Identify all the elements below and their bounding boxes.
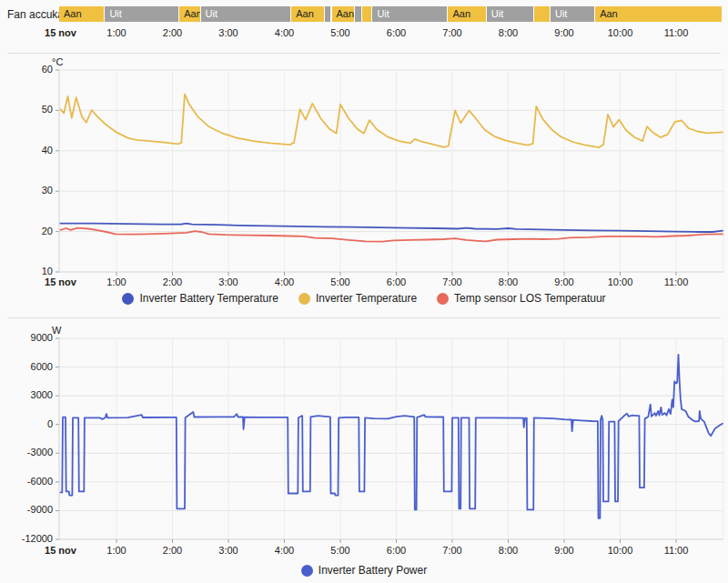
x-tick-label: 1:00	[106, 276, 126, 287]
temperature-chart-legend: Inverter Battery TemperatureInverter Tem…	[0, 292, 728, 305]
temperature-chart-section: °C Inverter Battery TemperatureInverter …	[0, 54, 728, 317]
legend-dot-icon	[437, 293, 449, 305]
y-tick-label: 40	[0, 145, 53, 156]
timeline-segment-off[interactable]: Uit	[551, 6, 595, 22]
timeline-segment-off[interactable]: Uit	[487, 6, 534, 22]
timeline-segment-off[interactable]: Uit	[201, 6, 292, 22]
x-tick-label: 10:00	[608, 545, 633, 556]
x-tick-label: 8:00	[499, 545, 518, 556]
x-tick-label: 3:00	[218, 276, 238, 287]
legend-label: Inverter Battery Temperature	[139, 292, 278, 305]
legend-label: Temp sensor LOS Temperatuur	[454, 292, 606, 305]
legend-dot-icon	[122, 293, 134, 305]
y-tick-label: -3000	[0, 447, 53, 457]
x-tick-label: 7:00	[442, 545, 461, 556]
x-tick-label: 15 nov	[45, 27, 76, 38]
x-tick-label: 7:00	[442, 27, 461, 38]
state-timeline-bar[interactable]: AanUitAanUitAanAanUitAanUitUitAan	[59, 6, 723, 22]
y-tick-label: 3000	[0, 389, 53, 400]
timeline-segment-on[interactable]: Aan	[179, 6, 200, 22]
x-tick-label: 10:00	[608, 276, 633, 287]
x-tick-label: 10:00	[608, 27, 633, 38]
x-tick-label: 11:00	[664, 276, 689, 287]
y-tick-label: -12000	[0, 533, 53, 544]
timeline-segment-off[interactable]	[355, 6, 362, 22]
timeline-segment-off[interactable]	[325, 6, 332, 22]
timeline-segment-on[interactable]: Aan	[448, 6, 486, 22]
x-tick-label: 2:00	[163, 276, 182, 287]
x-tick-label: 11:00	[664, 27, 689, 38]
x-tick-label: 5:00	[330, 27, 349, 38]
power-chart-legend: Inverter Battery Power	[0, 564, 728, 577]
timeline-segment-on[interactable]: Aan	[291, 6, 324, 22]
legend-dot-icon	[298, 293, 310, 305]
x-tick-label: 3:00	[218, 27, 238, 38]
y-tick-label: 0	[0, 418, 53, 429]
series-line-inverter-battery-power	[61, 355, 723, 518]
x-tick-label: 3:00	[218, 545, 238, 556]
x-tick-label: 4:00	[275, 276, 294, 287]
x-tick-label: 4:00	[275, 545, 294, 556]
legend-item[interactable]: Inverter Battery Power	[301, 564, 427, 577]
y-tick-label: 50	[0, 104, 53, 115]
legend-dot-icon	[301, 565, 313, 577]
x-tick-label: 5:00	[330, 276, 349, 287]
x-tick-label: 2:00	[163, 27, 182, 38]
x-tick-label: 15 nov	[45, 545, 76, 556]
y-tick-label: -6000	[0, 476, 53, 487]
y-tick-label: 6000	[0, 361, 53, 372]
timeline-segment-on[interactable]: Aan	[595, 6, 723, 22]
x-tick-label: 9:00	[554, 545, 573, 556]
y-tick-label: 20	[0, 226, 53, 236]
legend-item[interactable]: Inverter Battery Temperature	[122, 292, 278, 305]
x-tick-label: 5:00	[330, 545, 349, 556]
timeline-segment-off[interactable]: Uit	[372, 6, 448, 22]
series-line-inverter-temperature	[61, 95, 723, 148]
x-tick-label: 2:00	[163, 545, 182, 556]
x-tick-label: 1:00	[106, 27, 126, 38]
y-tick-label: 10	[0, 266, 53, 276]
timeline-segment-on[interactable]	[534, 6, 551, 22]
power-chart-plot[interactable]	[0, 318, 728, 583]
legend-label: Inverter Temperature	[316, 292, 417, 305]
y-tick-label: 60	[0, 64, 53, 75]
state-timeline-section: Fan accukast AanUitAanUitAanAanUitAanUit…	[0, 0, 728, 53]
x-tick-label: 11:00	[664, 545, 689, 556]
x-tick-label: 8:00	[499, 276, 518, 287]
x-tick-label: 8:00	[499, 27, 518, 38]
y-tick-label: 30	[0, 185, 53, 196]
timeline-segment-on[interactable]	[362, 6, 372, 22]
timeline-segment-on[interactable]: Aan	[332, 6, 356, 22]
x-tick-label: 6:00	[387, 27, 406, 38]
x-tick-label: 1:00	[106, 545, 126, 556]
x-tick-label: 9:00	[554, 27, 573, 38]
legend-item[interactable]: Inverter Temperature	[298, 292, 417, 305]
y-tick-label: 9000	[0, 332, 53, 343]
power-chart-section: W Inverter Battery Power 15 nov1:002:003…	[0, 318, 728, 583]
x-tick-label: 9:00	[554, 276, 573, 287]
series-line-inverter-battery-temperature	[61, 224, 723, 232]
x-tick-label: 7:00	[442, 276, 461, 287]
x-tick-label: 15 nov	[45, 276, 76, 287]
x-tick-label: 6:00	[387, 545, 406, 556]
y-tick-label: -9000	[0, 504, 53, 515]
legend-item[interactable]: Temp sensor LOS Temperatuur	[437, 292, 606, 305]
legend-label: Inverter Battery Power	[318, 564, 427, 577]
x-tick-label: 4:00	[275, 27, 294, 38]
timeline-segment-on[interactable]: Aan	[59, 6, 105, 22]
x-tick-label: 6:00	[387, 276, 406, 287]
timeline-segment-off[interactable]: Uit	[105, 6, 179, 22]
